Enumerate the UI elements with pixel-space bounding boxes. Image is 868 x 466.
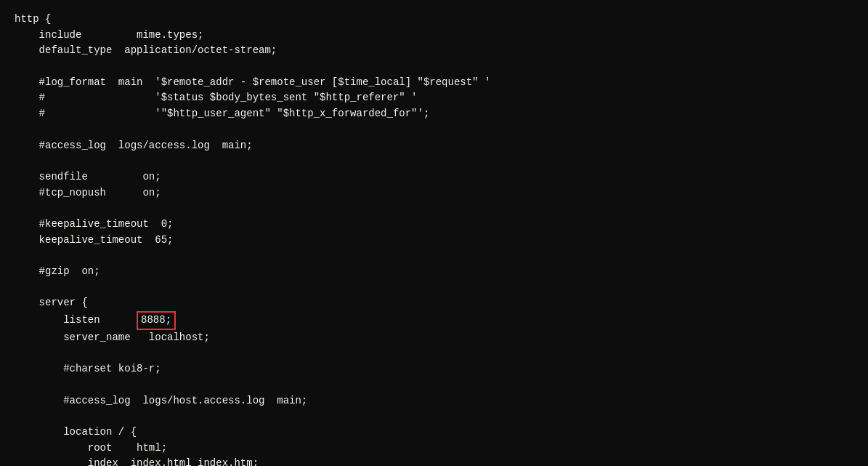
code-text: include mime.types; bbox=[15, 28, 203, 44]
code-line-24 bbox=[15, 377, 853, 393]
code-line-11: sendfile on; bbox=[15, 169, 853, 185]
code-text: #gzip on; bbox=[15, 264, 100, 280]
code-line-15: keepalive_timeout 65; bbox=[15, 233, 853, 249]
code-line-18 bbox=[15, 280, 853, 296]
code-line-12: #tcp_nopush on; bbox=[15, 185, 853, 201]
code-line-7: # '"$http_user_agent" "$http_x_forwarded… bbox=[15, 106, 853, 122]
code-text: #charset koi8-r; bbox=[15, 361, 161, 377]
code-line-9: #access_log logs/access.log main; bbox=[15, 138, 853, 154]
code-text: #tcp_nopush on; bbox=[15, 185, 161, 201]
code-text: http { bbox=[15, 12, 51, 28]
code-line-10 bbox=[15, 153, 853, 169]
code-line-6: # '$status $body_bytes_sent "$http_refer… bbox=[15, 90, 853, 106]
code-text: #keepalive_timeout 0; bbox=[15, 217, 173, 233]
code-line-1: http { bbox=[15, 12, 853, 28]
code-line-29: index index.html index.htm; bbox=[15, 456, 853, 466]
code-line-13 bbox=[15, 201, 853, 217]
code-line-17: #gzip on; bbox=[15, 264, 853, 280]
code-text: #access_log logs/access.log main; bbox=[15, 138, 253, 154]
code-line-28: root html; bbox=[15, 441, 853, 457]
code-text-before: listen bbox=[15, 313, 137, 329]
code-text: #access_log logs/host.access.log main; bbox=[15, 393, 307, 409]
code-line-20: listen 8888; bbox=[15, 311, 853, 330]
code-line-14: #keepalive_timeout 0; bbox=[15, 217, 853, 233]
code-line-8 bbox=[15, 122, 853, 138]
code-text: location / { bbox=[15, 425, 137, 441]
code-text: server_name localhost; bbox=[15, 330, 210, 346]
code-text: # '$status $body_bytes_sent "$http_refer… bbox=[15, 90, 418, 106]
code-text: server { bbox=[15, 295, 88, 311]
code-line-2: include mime.types; bbox=[15, 28, 853, 44]
code-text: root html; bbox=[15, 441, 167, 457]
code-text: index index.html index.htm; bbox=[15, 456, 259, 466]
code-line-16 bbox=[15, 248, 853, 264]
code-text: default_type application/octet-stream; bbox=[15, 43, 277, 59]
code-text: sendfile on; bbox=[15, 169, 161, 185]
code-line-4 bbox=[15, 59, 853, 75]
code-line-22 bbox=[15, 345, 853, 361]
code-text: #log_format main '$remote_addr - $remote… bbox=[15, 75, 490, 91]
code-line-25: #access_log logs/host.access.log main; bbox=[15, 393, 853, 409]
code-line-3: default_type application/octet-stream; bbox=[15, 43, 853, 59]
code-text: keepalive_timeout 65; bbox=[15, 233, 173, 249]
highlighted-port: 8888; bbox=[137, 311, 176, 330]
code-line-26 bbox=[15, 409, 853, 425]
code-line-21: server_name localhost; bbox=[15, 330, 853, 346]
code-text: # '"$http_user_agent" "$http_x_forwarded… bbox=[15, 106, 429, 122]
code-editor: http { include mime.types; default_type … bbox=[0, 0, 868, 466]
code-line-19: server { bbox=[15, 295, 853, 311]
code-line-23: #charset koi8-r; bbox=[15, 361, 853, 377]
code-line-27: location / { bbox=[15, 425, 853, 441]
code-line-5: #log_format main '$remote_addr - $remote… bbox=[15, 75, 853, 91]
